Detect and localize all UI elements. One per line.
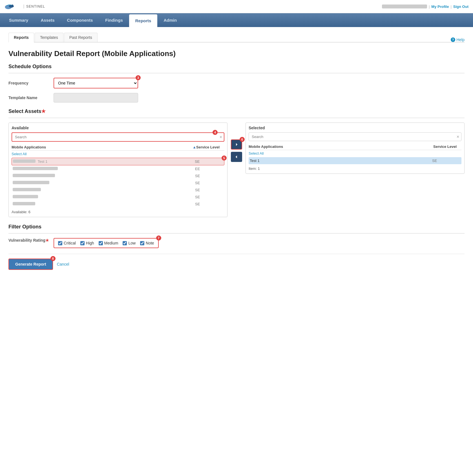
my-profile-link[interactable]: My Profile	[431, 5, 449, 9]
checkbox-note[interactable]: Note	[140, 241, 154, 245]
col-service-level-header: Service Level	[196, 145, 224, 149]
logo-icon	[5, 2, 21, 11]
checkbox-high-input[interactable]	[80, 241, 85, 245]
tab-group: Reports Templates Past Reports	[8, 33, 98, 42]
arrow-right-icon	[234, 142, 239, 147]
checkboxes-wrapper: Critical High Medium Low	[54, 238, 159, 248]
required-star: ★	[41, 108, 46, 114]
checkbox-critical[interactable]: Critical	[58, 241, 76, 245]
selected-asset-name-1: Test 1	[250, 159, 432, 163]
checkbox-medium-input[interactable]	[99, 241, 103, 245]
tab-templates[interactable]: Templates	[35, 33, 63, 42]
sign-out-link[interactable]: Sign Out	[453, 5, 468, 9]
checkbox-low-input[interactable]	[123, 241, 127, 245]
checkbox-medium[interactable]: Medium	[99, 241, 118, 245]
generate-report-button[interactable]: Generate Report	[8, 259, 53, 270]
main-nav: Summary Assets Components Findings Repor…	[0, 13, 473, 27]
selected-search-clear-icon[interactable]: ×	[457, 134, 459, 139]
available-asset-row-2[interactable]: EE	[12, 165, 224, 172]
blurred-name-1	[13, 159, 36, 163]
selected-title: Selected	[249, 126, 461, 130]
frequency-row: Frequency One Time Daily Weekly Monthly …	[8, 78, 465, 88]
tab-past-reports[interactable]: Past Reports	[64, 33, 98, 42]
checkbox-critical-input[interactable]	[58, 241, 62, 245]
checkbox-note-input[interactable]	[140, 241, 144, 245]
available-search-input[interactable]	[12, 132, 224, 142]
asset-sl-3: SE	[195, 174, 223, 178]
asset-sl-1: SE	[195, 159, 223, 164]
nav-assets[interactable]: Assets	[34, 13, 61, 27]
filter-section-title: Filter Options	[8, 224, 465, 230]
selected-search-input[interactable]	[249, 132, 461, 141]
frequency-wrapper: One Time Daily Weekly Monthly 3	[54, 78, 138, 88]
svg-point-2	[12, 5, 13, 6]
nav-admin[interactable]: Admin	[157, 13, 183, 27]
selected-panel: Selected × Mobile Applications Service L…	[246, 123, 465, 174]
nav-findings[interactable]: Findings	[99, 13, 129, 27]
available-asset-row-5[interactable]: SE	[12, 186, 224, 193]
available-asset-row-6[interactable]: SE	[12, 193, 224, 201]
asset-sl-6: SE	[195, 195, 223, 199]
step-4-badge: 4	[213, 130, 218, 135]
step-8-badge: 8	[50, 256, 56, 261]
asset-sl-5: SE	[195, 188, 223, 192]
available-asset-row-1[interactable]: Test 1 SE 5	[12, 158, 224, 165]
tab-reports[interactable]: Reports	[8, 33, 34, 43]
asset-name-5	[13, 188, 195, 192]
available-col-header: Mobile Applications ▲ Service Level	[12, 144, 224, 151]
selected-search-wrapper: ×	[249, 132, 461, 141]
available-asset-row-7[interactable]: SE	[12, 201, 224, 208]
cancel-button[interactable]: Cancel	[57, 262, 69, 266]
selected-asset-row-1[interactable]: Test 1 SE	[249, 157, 461, 164]
selected-col-mobile-apps: Mobile Applications	[249, 144, 433, 149]
select-assets-section: Select Assets★ Available × 4 Mobile Appl…	[8, 108, 465, 217]
step-7-badge: 7	[156, 235, 161, 241]
step-3-badge: 3	[136, 75, 141, 80]
available-title: Available	[12, 126, 224, 130]
main-content: Reports Templates Past Reports ? Help Vu…	[0, 27, 473, 476]
nav-reports[interactable]: Reports	[129, 14, 158, 27]
asset-name-1: Test 1	[13, 159, 195, 164]
sentinel-label: SENTINEL	[24, 5, 45, 8]
assets-divider	[8, 118, 465, 118]
select-assets-title: Select Assets★	[8, 108, 465, 114]
selected-asset-sl-1: SE	[432, 159, 460, 163]
page-title: Vulnerability Detail Report (Mobile Appl…	[8, 49, 465, 58]
checkbox-low[interactable]: Low	[123, 241, 136, 245]
col-mobile-apps-header: Mobile Applications	[12, 145, 191, 149]
template-name-row: Template Name	[8, 93, 465, 103]
nav-components[interactable]: Components	[61, 13, 99, 27]
vuln-label: Vulnerability Rating★	[8, 238, 54, 243]
transfer-left-button[interactable]	[231, 152, 242, 162]
filter-section: Filter Options Vulnerability Rating★ Cri…	[8, 224, 465, 248]
arrow-left-icon	[234, 154, 239, 160]
available-select-all[interactable]: Select All	[12, 152, 224, 156]
template-name-input[interactable]	[54, 93, 138, 103]
selected-select-all[interactable]: Select All	[249, 151, 461, 155]
user-email	[382, 5, 427, 8]
assets-columns: Available × 4 Mobile Applications ▲ Serv…	[8, 123, 465, 217]
sort-icon[interactable]: ▲	[193, 145, 196, 149]
nav-summary[interactable]: Summary	[3, 13, 34, 27]
top-right-nav: | My Profile | Sign Out	[382, 5, 468, 9]
frequency-select[interactable]: One Time Daily Weekly Monthly	[54, 78, 138, 88]
available-search-clear-icon[interactable]: ×	[220, 135, 222, 140]
asset-name-4	[13, 181, 195, 185]
asset-name-2	[13, 167, 195, 171]
asset-sl-2: EE	[195, 167, 223, 171]
schedule-section-title: Schedule Options	[8, 64, 465, 70]
checkbox-high[interactable]: High	[80, 241, 94, 245]
asset-name-6	[13, 195, 195, 199]
selected-col-service-level: Service Level	[433, 144, 461, 149]
question-icon: ?	[451, 37, 455, 42]
available-asset-row-4[interactable]: SE	[12, 179, 224, 186]
logo-area: SENTINEL	[5, 2, 45, 11]
available-asset-row-3[interactable]: SE	[12, 172, 224, 179]
asset-sl-4: SE	[195, 181, 223, 185]
step-6-badge: 6	[240, 137, 245, 142]
asset-name-3	[13, 174, 195, 178]
help-link[interactable]: ? Help	[451, 37, 465, 42]
selected-count: Item: 1	[249, 166, 461, 171]
schedule-divider	[8, 73, 465, 73]
tab-row: Reports Templates Past Reports ? Help	[8, 33, 465, 43]
